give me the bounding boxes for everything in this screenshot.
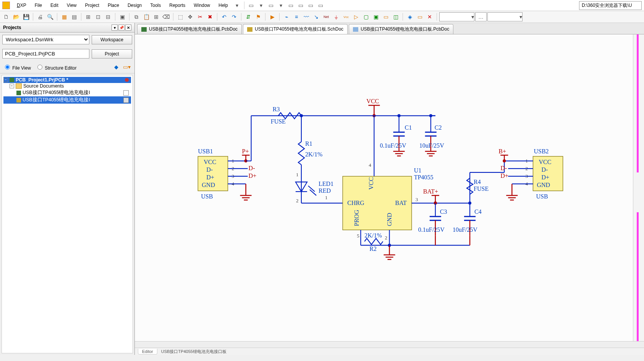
sheet-icon[interactable]: ▦: [60, 12, 69, 21]
paste-icon[interactable]: 📋: [142, 12, 151, 21]
toolbar-extra5[interactable]: ▭: [286, 1, 296, 10]
redo-icon[interactable]: ↷: [230, 12, 239, 21]
power-icon[interactable]: ⏚: [332, 12, 341, 21]
refresh-icon[interactable]: ◆: [112, 62, 121, 72]
busentry-icon[interactable]: ↘: [312, 12, 321, 21]
menu-file[interactable]: File: [31, 2, 46, 9]
print-icon[interactable]: 🖨: [36, 12, 45, 21]
workspace-select[interactable]: Workspace1.DsnWrk: [2, 35, 89, 44]
bottom-tab-doc[interactable]: USB接口TP4055锂电池充电接口板: [161, 349, 227, 354]
r1-pin1: 1: [296, 172, 299, 177]
u1-pin4: 4: [369, 162, 371, 168]
project-input[interactable]: [2, 49, 89, 59]
r2-label: R2: [369, 246, 377, 252]
r1-value: 2K/1%: [305, 151, 322, 158]
menu-view[interactable]: View: [63, 2, 81, 9]
net-vcc: VCC: [366, 98, 379, 104]
file-view-radio[interactable]: File View: [3, 63, 31, 71]
move-icon[interactable]: ✥: [186, 12, 195, 21]
menu-tools[interactable]: Tools: [146, 2, 165, 9]
bottom-tab-editor[interactable]: Editor: [138, 349, 157, 354]
usb1-pin-dm: D-: [206, 166, 213, 173]
panel-dropdown-icon[interactable]: ▾: [112, 24, 118, 31]
port-icon[interactable]: ▭: [381, 12, 390, 21]
bus-icon[interactable]: ≡: [292, 12, 301, 21]
project-tree[interactable]: − PCB_Project1.PrjPCB * − Source Documen…: [2, 75, 133, 353]
zoom-area-icon[interactable]: ⊡: [94, 12, 103, 21]
zoom-fit-icon[interactable]: ⊞: [84, 12, 93, 21]
tree-project-node[interactable]: − PCB_Project1.PrjPCB *: [3, 77, 131, 83]
toolbar-extra1[interactable]: ▭: [247, 1, 256, 10]
toolbar-extra3[interactable]: ▭: [267, 1, 276, 10]
array-icon[interactable]: ⊞: [152, 12, 161, 21]
vcc-icon[interactable]: Vcc: [341, 12, 351, 21]
c4-label: C4: [474, 208, 482, 215]
cut-icon[interactable]: ✂: [196, 12, 205, 21]
rubber-icon[interactable]: ⌫: [162, 12, 171, 21]
project-button[interactable]: Project: [92, 49, 132, 59]
wire-icon[interactable]: ⌁: [282, 12, 291, 21]
signal-icon[interactable]: 〰: [302, 12, 311, 21]
select-icon[interactable]: ⬚: [176, 12, 185, 21]
r4-value: FUSE: [474, 185, 489, 192]
toolbar-extra8[interactable]: ▭: [316, 1, 325, 10]
dropdown1[interactable]: ▾: [439, 12, 474, 21]
tree-file-pcb[interactable]: USB接口TP4055锂电池充电接I: [3, 89, 131, 96]
grid-icon[interactable]: ▤: [70, 12, 79, 21]
dropdown2[interactable]: ▾: [487, 12, 523, 21]
tree-file-sch[interactable]: USB接口TP4055锂电池充电接I: [3, 96, 131, 104]
compile-icon[interactable]: ▣: [118, 12, 127, 21]
panel-close-icon[interactable]: ✕: [125, 24, 131, 31]
undo-icon[interactable]: ↶: [220, 12, 229, 21]
menu-design[interactable]: Design: [124, 2, 146, 9]
save-icon[interactable]: 💾: [21, 12, 31, 21]
tree-folder-node[interactable]: − Source Documents: [3, 83, 131, 89]
menu-place[interactable]: Place: [104, 2, 123, 9]
workspace-button[interactable]: Workspace: [92, 35, 132, 44]
zoom-sel-icon[interactable]: ⊟: [104, 12, 113, 21]
app-logo-icon: [2, 2, 10, 9]
toolbar-extra7[interactable]: ▭: [306, 1, 316, 10]
led1-value: RED: [319, 187, 331, 194]
toolbar-extra4[interactable]: ▾: [277, 1, 286, 10]
bottom-tabs: Editor USB接口TP4055锂电池充电接口板: [135, 348, 644, 355]
new-icon[interactable]: 🗋: [2, 12, 11, 21]
menu-project[interactable]: Project: [81, 2, 103, 9]
horizontal-scrollbar[interactable]: [135, 341, 644, 348]
tab-pcbdoc1[interactable]: USB接口TP4055锂电池充电接口板.PcbDoc: [137, 24, 242, 34]
menu-dxp[interactable]: DXP: [13, 2, 30, 9]
open-icon[interactable]: 📂: [11, 12, 21, 21]
netlabel-icon[interactable]: Net: [322, 12, 331, 21]
structure-editor-radio[interactable]: Structure Editor: [36, 63, 77, 71]
path-field[interactable]: D:\360安全浏览器下载\U: [579, 1, 642, 10]
preview-icon[interactable]: 🔍: [45, 12, 55, 21]
net-dm-left: D-: [249, 165, 255, 171]
panel-options-icon[interactable]: ▭▾: [122, 62, 131, 72]
schematic-canvas[interactable]: VCC R3 FUSE USB1 VCC D- D+ GND USB: [135, 34, 644, 341]
sheet-entry-icon[interactable]: ▣: [371, 12, 380, 21]
menu-reports[interactable]: Reports: [165, 2, 189, 9]
menu-window[interactable]: Window: [190, 2, 214, 9]
run-icon[interactable]: ▶: [268, 12, 277, 21]
text-icon[interactable]: ▭: [415, 12, 424, 21]
usb1-type: USB: [201, 193, 213, 200]
toolbar-extra6[interactable]: ▭: [296, 1, 306, 10]
panel-pin-icon[interactable]: 📌: [118, 24, 125, 31]
c1-label: C1: [405, 124, 412, 131]
copy-icon[interactable]: ⧉: [132, 12, 141, 21]
sheet-symbol-icon[interactable]: ▢: [361, 12, 371, 21]
part-icon[interactable]: ▷: [351, 12, 361, 21]
cross-icon[interactable]: ✕: [425, 12, 434, 21]
flag-icon[interactable]: ⚑: [254, 12, 263, 21]
no-erc-icon[interactable]: ◈: [405, 12, 414, 21]
delete-icon[interactable]: ✖: [205, 12, 215, 21]
tab-schdoc[interactable]: USB接口TP4055锂电池充电接口板.SchDoc: [243, 24, 348, 34]
more-btn[interactable]: …: [475, 12, 487, 21]
menu-dropdown-icon[interactable]: ▾: [233, 1, 242, 10]
updown-icon[interactable]: ⇵: [244, 12, 253, 21]
menu-help[interactable]: Help: [215, 2, 232, 9]
menu-edit[interactable]: Edit: [47, 2, 62, 9]
device-icon[interactable]: ◫: [391, 12, 400, 21]
tab-pcbdoc2[interactable]: USB接口TP4055锂电池充电接口板.PcbDoc: [349, 24, 453, 34]
toolbar-extra2[interactable]: ▾: [257, 1, 266, 10]
